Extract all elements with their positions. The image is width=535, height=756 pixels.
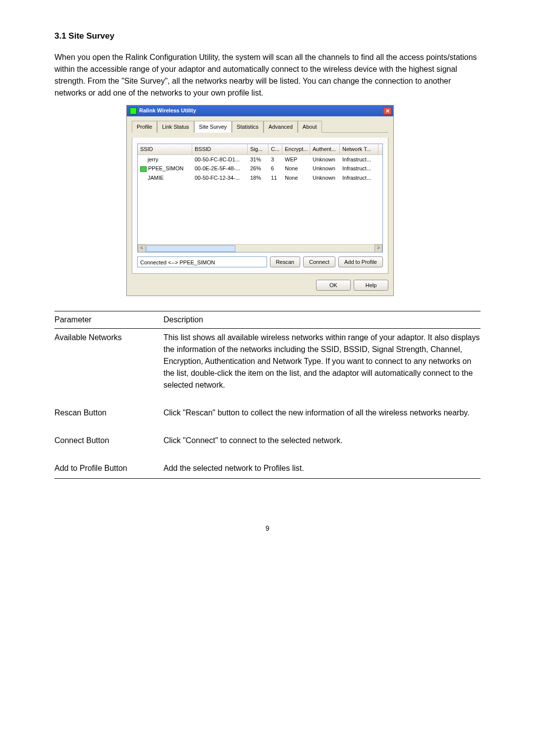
column-channel[interactable]: C...	[268, 144, 282, 154]
tab-site-survey[interactable]: Site Survey	[194, 121, 232, 133]
param-desc: This list shows all available wireless n…	[163, 329, 481, 404]
close-icon[interactable]: ✕	[383, 107, 392, 115]
app-icon	[130, 107, 137, 114]
network-list[interactable]: SSID BSSID Sig... C... Encrypt... Authen…	[137, 144, 383, 252]
horizontal-scrollbar[interactable]: < >	[138, 244, 382, 252]
param-name: Rescan Button	[54, 404, 163, 432]
connection-status: Connected <--> PPEE_SIMON	[137, 256, 267, 267]
rescan-button[interactable]: Rescan	[270, 256, 300, 267]
column-signal[interactable]: Sig...	[248, 144, 268, 154]
scroll-left-icon[interactable]: <	[138, 245, 146, 252]
ok-button[interactable]: OK	[316, 280, 351, 291]
table-row: Rescan Button Click "Rescan" button to c…	[54, 404, 481, 432]
table-row[interactable]: jerry 00-50-FC-8C-D1... 31% 3 WEP Unknow…	[138, 155, 382, 164]
param-desc: Click "Rescan" button to collect the new…	[163, 404, 481, 432]
desc-header: Description	[163, 311, 481, 329]
table-row: Connect Button Click "Connect" to connec…	[54, 432, 481, 459]
page-number: 9	[54, 523, 481, 534]
column-bssid[interactable]: BSSID	[192, 144, 248, 154]
signal-icon	[140, 166, 147, 172]
tab-link-status[interactable]: Link Status	[157, 121, 194, 133]
tab-statistics[interactable]: Statistics	[232, 121, 264, 133]
param-desc: Click "Connect" to connect to the select…	[163, 432, 481, 459]
param-name: Connect Button	[54, 432, 163, 459]
list-header: SSID BSSID Sig... C... Encrypt... Authen…	[138, 144, 382, 155]
table-row: Add to Profile Button Add the selected n…	[54, 459, 481, 479]
param-header: Parameter	[54, 311, 163, 329]
param-name: Available Networks	[54, 329, 163, 404]
table-row: Available Networks This list shows all a…	[54, 329, 481, 404]
scroll-thumb[interactable]	[146, 245, 235, 252]
parameter-table: Parameter Description Available Networks…	[54, 311, 481, 479]
param-desc: Add the selected network to Profiles lis…	[163, 459, 481, 479]
column-encrypt[interactable]: Encrypt...	[282, 144, 310, 154]
tab-profile[interactable]: Profile	[132, 121, 157, 133]
tab-advanced[interactable]: Advanced	[264, 121, 298, 133]
window-title: Ralink Wireless Utility	[139, 106, 196, 115]
titlebar: Ralink Wireless Utility ✕	[127, 105, 393, 116]
column-auth[interactable]: Authent...	[310, 144, 340, 154]
scroll-right-icon[interactable]: >	[374, 245, 382, 252]
param-name: Add to Profile Button	[54, 459, 163, 479]
section-heading: 3.1 Site Survey	[54, 30, 481, 43]
tab-about[interactable]: About	[298, 121, 322, 133]
table-row[interactable]: PPEE_SIMON 00-0E-2E-5F-48-... 26% 6 None…	[138, 164, 382, 173]
tab-bar: Profile Link Status Site Survey Statisti…	[132, 120, 388, 133]
app-window: Ralink Wireless Utility ✕ Profile Link S…	[126, 105, 394, 297]
connect-button[interactable]: Connect	[303, 256, 335, 267]
add-to-profile-button[interactable]: Add to Profile	[338, 256, 383, 267]
help-button[interactable]: Help	[354, 280, 388, 291]
table-row[interactable]: JAMIE 00-50-FC-12-34-... 18% 11 None Unk…	[138, 173, 382, 183]
column-network-type[interactable]: Network T...	[340, 144, 378, 154]
intro-paragraph: When you open the Ralink Configuration U…	[54, 51, 481, 99]
column-ssid[interactable]: SSID	[138, 144, 192, 154]
